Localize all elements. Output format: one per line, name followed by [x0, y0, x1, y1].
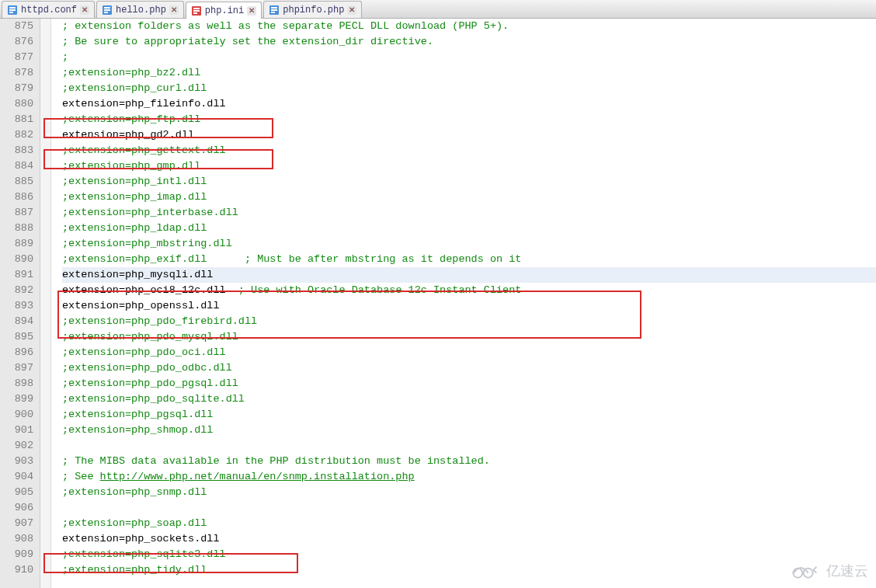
tab-phpinfo-php[interactable]: phpinfo.php✕	[263, 1, 362, 18]
code-text: ; extension folders as well as the separ…	[62, 20, 509, 32]
line-number: 906	[0, 500, 33, 516]
line-number: 894	[0, 314, 33, 329]
line-number: 900	[0, 407, 33, 423]
url-link[interactable]: http://www.php.net/manual/en/snmp.instal…	[100, 471, 415, 482]
line-number: 895	[0, 329, 33, 345]
code-line[interactable]: ; See http://www.php.net/manual/en/snmp.…	[62, 469, 876, 485]
tab-label: php.ini	[205, 5, 244, 16]
file-icon	[7, 5, 18, 16]
line-number: 886	[0, 190, 33, 205]
code-line[interactable]: ;extension=php_pdo_odbc.dll	[62, 360, 876, 376]
line-number: 880	[0, 96, 33, 112]
line-number: 902	[0, 438, 33, 454]
tab-httpd-conf[interactable]: httpd.conf✕	[2, 1, 95, 18]
code-line[interactable]: extension=php_mysqli.dll	[62, 267, 876, 283]
code-line[interactable]: ;extension=php_pgsql.dll	[62, 407, 876, 423]
line-number: 899	[0, 391, 33, 407]
line-number: 903	[0, 454, 33, 469]
code-line[interactable]: ;	[62, 50, 876, 65]
line-number: 891	[0, 267, 33, 283]
code-line[interactable]: ;extension=php_gettext.dll	[62, 143, 876, 158]
line-number: 878	[0, 65, 33, 81]
code-text: ;extension=php_gmp.dll	[62, 160, 200, 172]
svg-rect-11	[193, 12, 197, 14]
code-line[interactable]: ;extension=php_pdo_pgsql.dll	[62, 376, 876, 391]
line-number: 881	[0, 112, 33, 127]
code-text: ;extension=php_tidy.dll	[62, 564, 207, 576]
code-line[interactable]: ;extension=php_imap.dll	[62, 190, 876, 205]
code-line[interactable]: ;extension=php_exif.dll ; Must be after …	[62, 252, 876, 267]
line-number: 889	[0, 236, 33, 252]
line-number: 877	[0, 50, 33, 65]
code-text: ;extension=php_soap.dll	[62, 517, 207, 529]
tab-php-ini[interactable]: php.ini✕	[186, 2, 262, 19]
close-icon[interactable]: ✕	[80, 5, 89, 15]
code-line[interactable]: ;extension=php_bz2.dll	[62, 65, 876, 81]
svg-rect-5	[104, 7, 110, 9]
code-line[interactable]: ; The MIBS data available in the PHP dis…	[62, 454, 876, 469]
code-line[interactable]: extension=php_gd2.dll	[62, 127, 876, 143]
code-line[interactable]: ;extension=php_ldap.dll	[62, 221, 876, 236]
svg-rect-6	[104, 9, 110, 11]
code-editor[interactable]: 8758768778788798808818828838848858868878…	[0, 19, 876, 588]
code-text: ;extension=php_snmp.dll	[62, 486, 207, 498]
code-line[interactable]: ;extension=php_mbstring.dll	[62, 236, 876, 252]
code-line[interactable]: extension=php_fileinfo.dll	[62, 96, 876, 112]
code-text: ;extension=php_pdo_pgsql.dll	[62, 378, 238, 389]
tab-hello-php[interactable]: hello.php✕	[96, 1, 184, 18]
line-number: 907	[0, 516, 33, 531]
code-line[interactable]: ;extension=php_pdo_oci.dll	[62, 345, 876, 360]
close-icon[interactable]: ✕	[247, 6, 256, 16]
line-number: 876	[0, 34, 33, 50]
code-line[interactable]: ;extension=php_snmp.dll	[62, 485, 876, 500]
close-icon[interactable]: ✕	[169, 5, 179, 15]
code-line[interactable]: ; extension folders as well as the separ…	[62, 19, 876, 34]
code-line[interactable]: ;extension=php_gmp.dll	[62, 158, 876, 174]
close-icon[interactable]: ✕	[347, 5, 356, 15]
code-text: ;extension=php_pgsql.dll	[62, 409, 213, 420]
svg-rect-3	[9, 12, 13, 13]
svg-rect-10	[193, 10, 200, 12]
line-number: 908	[0, 531, 33, 547]
code-text: ; The MIBS data available in the PHP dis…	[62, 455, 490, 467]
code-text: ;extension=php_pdo_odbc.dll	[62, 362, 232, 374]
line-number: 904	[0, 469, 33, 485]
line-number: 909	[0, 547, 33, 562]
file-icon	[269, 5, 280, 16]
code-text: ; See	[62, 471, 100, 482]
code-text: ;extension=php_shmop.dll	[62, 424, 213, 436]
code-text: ;extension=php_intl.dll	[62, 176, 207, 187]
code-line[interactable]	[62, 438, 876, 454]
code-line[interactable]: ;extension=php_interbase.dll	[62, 205, 876, 221]
code-text: extension=php_fileinfo.dll	[62, 98, 226, 110]
svg-rect-2	[9, 9, 16, 11]
line-number: 885	[0, 174, 33, 190]
code-line[interactable]: ;extension=php_sqlite3.dll	[62, 547, 876, 562]
code-line[interactable]: ;extension=php_curl.dll	[62, 81, 876, 96]
line-number: 879	[0, 81, 33, 96]
svg-rect-7	[104, 12, 108, 13]
code-text-suffix: ; Use with Oracle Database 12c Instant C…	[238, 284, 522, 296]
line-number: 882	[0, 127, 33, 143]
tab-label: hello.php	[116, 5, 166, 16]
line-number: 910	[0, 562, 33, 578]
code-line[interactable]: ;extension=php_pdo_firebird.dll	[62, 314, 876, 329]
code-line[interactable]: ;extension=php_intl.dll	[62, 174, 876, 190]
code-line[interactable]	[62, 500, 876, 516]
line-number: 893	[0, 298, 33, 314]
code-text: ;extension=php_pdo_firebird.dll	[62, 315, 257, 327]
svg-rect-15	[271, 12, 275, 13]
code-line[interactable]: extension=php_oci8_12c.dll ; Use with Or…	[62, 283, 876, 298]
code-line[interactable]: ;extension=php_pdo_sqlite.dll	[62, 391, 876, 407]
code-line[interactable]: ; Be sure to appropriately set the exten…	[62, 34, 876, 50]
code-line[interactable]: extension=php_sockets.dll	[62, 531, 876, 547]
code-line[interactable]: extension=php_openssl.dll	[62, 298, 876, 314]
code-line[interactable]: ;extension=php_soap.dll	[62, 516, 876, 531]
code-line[interactable]: ;extension=php_tidy.dll	[62, 562, 876, 578]
code-text: ;extension=php_curl.dll	[62, 82, 207, 94]
code-line[interactable]: ;extension=php_shmop.dll	[62, 423, 876, 438]
code-line[interactable]: ;extension=php_pdo_mysql.dll	[62, 329, 876, 345]
line-number: 905	[0, 485, 33, 500]
code-line[interactable]: ;extension=php_ftp.dll	[62, 112, 876, 127]
code-area[interactable]: ; extension folders as well as the separ…	[51, 19, 876, 588]
